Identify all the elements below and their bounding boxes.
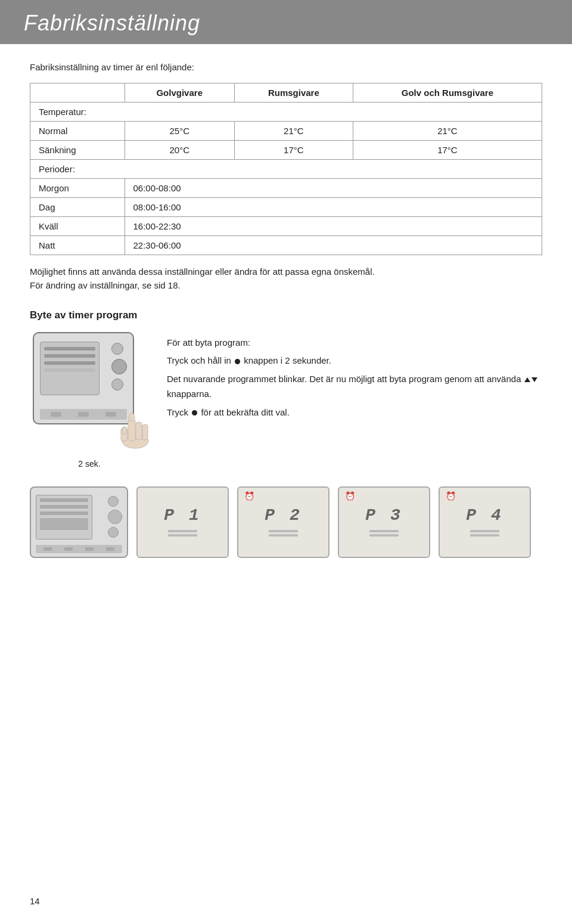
period-label-natt: Natt	[30, 236, 125, 255]
row-rumsgivare-normal: 21°C	[234, 122, 353, 141]
temperatur-header: Temperatur:	[30, 103, 542, 122]
svg-rect-2	[136, 422, 142, 440]
col-header-golv-rum: Golv och Rumsgivare	[353, 83, 542, 103]
thermostat-screen-large	[36, 495, 92, 539]
table-row: Normal 25°C 21°C 21°C	[30, 122, 542, 141]
page-number: 14	[30, 896, 40, 906]
programs-row: P 1 ⏰ P 2 ⏰ P 3	[30, 486, 542, 558]
arrow-up-icon	[524, 377, 530, 382]
perioder-header: Perioder:	[30, 160, 542, 179]
tl-btn-top	[108, 496, 119, 507]
byte-instructions: För att byta program: Tryck och håll in …	[167, 332, 542, 424]
description-block: Möjlighet finns att använda dessa instäl…	[30, 265, 542, 293]
row-golv-rum-sankning: 17°C	[353, 141, 542, 160]
timer-label: 2 sek.	[78, 459, 100, 469]
period-value-kvall: 16:00-22:30	[125, 217, 542, 236]
row-label-sankning: Sänkning	[30, 141, 125, 160]
table-row: Sänkning 20°C 17°C 17°C	[30, 141, 542, 160]
col-header-rumsgivare: Rumsgivare	[234, 83, 353, 103]
row-rumsgivare-sankning: 17°C	[234, 141, 353, 160]
svg-point-6	[129, 413, 135, 421]
period-label-morgon: Morgon	[30, 179, 125, 198]
thermostat-illustration: 2 sek.	[30, 332, 149, 469]
bullet-icon-2	[192, 410, 197, 416]
col-header-empty	[30, 83, 125, 103]
page-title: Fabriksinställning	[24, 11, 548, 36]
table-row: Natt 22:30-06:00	[30, 236, 542, 255]
prog-label-p1: P 1	[164, 506, 201, 525]
svg-rect-3	[142, 424, 148, 440]
tl-btn-bot	[108, 527, 119, 538]
description-line2: För ändring av inställningar, se sid 18.	[30, 278, 542, 292]
prog-label-p4: P 4	[466, 506, 503, 525]
arrow-down-icon	[531, 377, 537, 382]
row-golv-rum-normal: 21°C	[353, 122, 542, 141]
settings-table: Golvgivare Rumsgivare Golv och Rumsgivar…	[30, 83, 542, 255]
instruction-2: Det nuvarande programmet blinkar. Det är…	[167, 372, 542, 402]
bullet-icon	[235, 359, 240, 364]
page-content: Fabriksinställning av timer är enl följa…	[0, 62, 572, 588]
svg-rect-5	[122, 427, 127, 434]
byte-section: 2 sek. För att byta program: Tryck och h…	[30, 332, 542, 469]
clock-icon-p4: ⏰	[446, 491, 456, 501]
thermostat-large-image	[30, 486, 128, 558]
hand-icon	[110, 407, 158, 454]
program-display-p2: ⏰ P 2	[237, 486, 329, 558]
clock-icon-p2: ⏰	[244, 491, 254, 501]
program-display-p1: P 1	[136, 486, 229, 558]
section-title-byte: Byte av timer program	[30, 309, 542, 321]
description-line1: Möjlighet finns att använda dessa instäl…	[30, 265, 542, 278]
period-label-dag: Dag	[30, 198, 125, 217]
row-golvgivare-normal: 25°C	[125, 122, 234, 141]
period-value-natt: 22:30-06:00	[125, 236, 542, 255]
instruction-0: För att byta program:	[167, 336, 542, 351]
program-display-p3: ⏰ P 3	[338, 486, 430, 558]
table-row: Kväll 16:00-22:30	[30, 217, 542, 236]
thermostat-buttons-large	[108, 496, 122, 538]
program-display-p4: ⏰ P 4	[439, 486, 531, 558]
period-label-kvall: Kväll	[30, 217, 125, 236]
period-value-dag: 08:00-16:00	[125, 198, 542, 217]
clock-icon-p3: ⏰	[345, 491, 355, 501]
table-row: Morgon 06:00-08:00	[30, 179, 542, 198]
row-label-normal: Normal	[30, 122, 125, 141]
row-golvgivare-sankning: 20°C	[125, 141, 234, 160]
intro-text: Fabriksinställning av timer är enl följa…	[30, 62, 542, 72]
tl-btn-main	[108, 510, 122, 524]
table-row: Dag 08:00-16:00	[30, 198, 542, 217]
instruction-3: Tryck för att bekräfta ditt val.	[167, 405, 542, 420]
instruction-1: Tryck och håll in knappen i 2 sekunder.	[167, 354, 542, 368]
prog-label-p2: P 2	[265, 506, 301, 525]
prog-label-p3: P 3	[365, 506, 402, 525]
col-header-golvgivare: Golvgivare	[125, 83, 234, 103]
svg-rect-1	[128, 418, 135, 441]
period-value-morgon: 06:00-08:00	[125, 179, 542, 198]
page-header: Fabriksinställning	[0, 0, 572, 44]
